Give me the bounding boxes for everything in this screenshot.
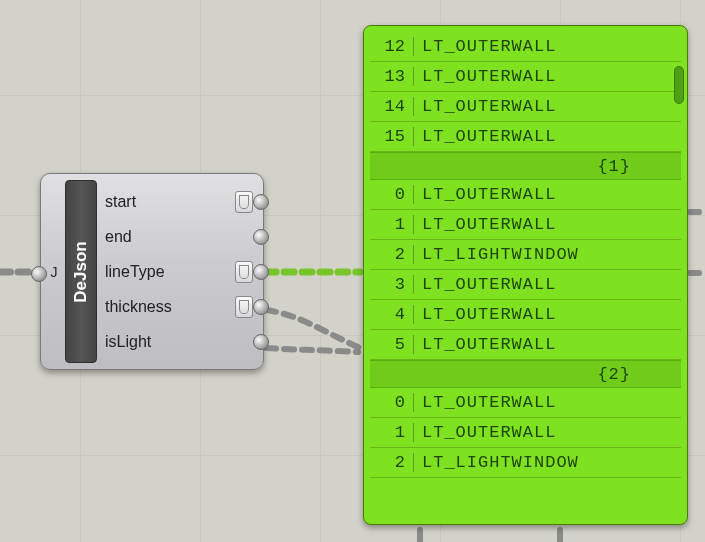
panel-row[interactable]: 0LT_OUTERWALL — [370, 180, 681, 210]
output-lineType: lineType — [99, 255, 259, 289]
panel-row-index: 13 — [370, 67, 414, 86]
flatten-icon[interactable] — [235, 261, 253, 283]
panel-row-index: 14 — [370, 97, 414, 116]
panel-row-index: 0 — [370, 185, 414, 204]
output-label: start — [99, 193, 235, 211]
panel-row-value: LT_OUTERWALL — [414, 305, 556, 324]
output-grip[interactable] — [253, 229, 269, 245]
output-label: thickness — [99, 298, 235, 316]
panel-row[interactable]: 15LT_OUTERWALL — [370, 122, 681, 152]
panel-row[interactable]: 13LT_OUTERWALL — [370, 62, 681, 92]
panel-row[interactable]: 2LT_LIGHTWINDOW — [370, 448, 681, 478]
panel-row-value: LT_OUTERWALL — [414, 127, 556, 146]
panel-row-value: LT_OUTERWALL — [414, 335, 556, 354]
panel-row-index: 1 — [370, 215, 414, 234]
output-isLight: isLight — [99, 325, 259, 359]
output-thickness: thickness — [99, 290, 259, 324]
panel-row-index: 5 — [370, 335, 414, 354]
panel-row-index: 12 — [370, 37, 414, 56]
panel-row[interactable]: 1LT_OUTERWALL — [370, 418, 681, 448]
panel-row[interactable]: 12LT_OUTERWALL — [370, 32, 681, 62]
panel-row-value: LT_OUTERWALL — [414, 185, 556, 204]
output-grip[interactable] — [253, 334, 269, 350]
panel-row[interactable]: 2LT_LIGHTWINDOW — [370, 240, 681, 270]
panel-row[interactable]: 5LT_OUTERWALL — [370, 330, 681, 360]
panel-row[interactable]: 4LT_OUTERWALL — [370, 300, 681, 330]
output-grip[interactable] — [253, 264, 269, 280]
output-end: end — [99, 220, 259, 254]
panel-row-value: LT_OUTERWALL — [414, 215, 556, 234]
node-title: DeJson — [71, 241, 91, 302]
data-panel[interactable]: 12LT_OUTERWALL13LT_OUTERWALL14LT_OUTERWA… — [363, 25, 688, 525]
panel-row-value: LT_OUTERWALL — [414, 97, 556, 116]
flatten-icon[interactable] — [235, 296, 253, 318]
output-start: start — [99, 185, 259, 219]
panel-row-index: 1 — [370, 423, 414, 442]
panel-row-value: LT_OUTERWALL — [414, 67, 556, 86]
output-label: lineType — [99, 263, 235, 281]
dejson-node[interactable]: J DeJson startendlineTypethicknessisLigh… — [40, 173, 264, 370]
panel-row-value: LT_OUTERWALL — [414, 423, 556, 442]
panel-row-index: 2 — [370, 453, 414, 472]
panel-row-value: LT_LIGHTWINDOW — [414, 453, 579, 472]
panel-row[interactable]: 0LT_OUTERWALL — [370, 388, 681, 418]
panel-row-index: 15 — [370, 127, 414, 146]
panel-row-index: 0 — [370, 393, 414, 412]
panel-row-index: 3 — [370, 275, 414, 294]
panel-row[interactable]: 3LT_OUTERWALL — [370, 270, 681, 300]
panel-row[interactable]: 1LT_OUTERWALL — [370, 210, 681, 240]
output-grip[interactable] — [253, 194, 269, 210]
panel-row-value: LT_OUTERWALL — [414, 275, 556, 294]
output-label: isLight — [99, 333, 259, 351]
panel-row-value: LT_OUTERWALL — [414, 37, 556, 56]
node-title-bar[interactable]: DeJson — [65, 180, 97, 363]
scrollbar-thumb[interactable] — [674, 66, 684, 104]
panel-row-value: LT_LIGHTWINDOW — [414, 245, 579, 264]
output-label: end — [99, 228, 259, 246]
panel-row-value: LT_OUTERWALL — [414, 393, 556, 412]
input-label: J — [45, 178, 63, 365]
panel-path-header: {1} — [370, 152, 681, 180]
panel-row-index: 4 — [370, 305, 414, 324]
flatten-icon[interactable] — [235, 191, 253, 213]
panel-path-header: {2} — [370, 360, 681, 388]
panel-row[interactable]: 14LT_OUTERWALL — [370, 92, 681, 122]
panel-row-index: 2 — [370, 245, 414, 264]
output-grip[interactable] — [253, 299, 269, 315]
